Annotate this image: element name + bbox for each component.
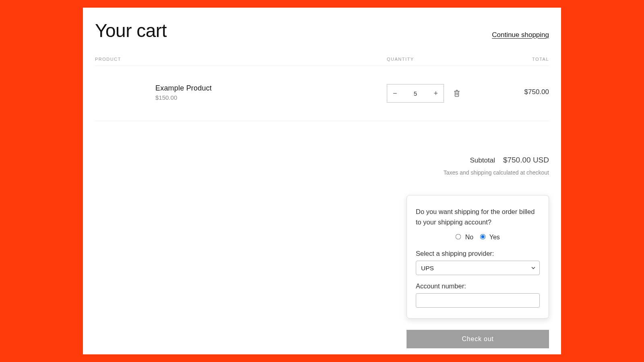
increase-quantity-button[interactable]: +	[433, 90, 438, 97]
summary-section: Subtotal $750.00 USD Taxes and shipping …	[95, 121, 549, 348]
remove-item-button[interactable]	[452, 88, 462, 99]
radio-yes[interactable]	[480, 234, 485, 240]
shipping-radio-group: No Yes	[416, 234, 540, 241]
cart-item-product: Example Product $150.00	[95, 84, 387, 101]
shipping-option-yes[interactable]: Yes	[480, 234, 500, 241]
shipping-option-no[interactable]: No	[456, 234, 475, 241]
column-headers: Product Quantity Total	[95, 57, 549, 66]
provider-select-wrap: UPS	[416, 261, 540, 275]
subtotal-label: Subtotal	[470, 156, 495, 165]
product-name: Example Product	[155, 84, 387, 93]
page-title: Your cart	[95, 20, 167, 41]
quantity-stepper: − 5 +	[387, 84, 444, 103]
cart-item-row: Example Product $150.00 − 5 + $750.00	[95, 66, 549, 121]
account-number-label: Account number:	[416, 282, 540, 290]
checkout-button[interactable]: Check out	[407, 330, 549, 348]
tax-shipping-note: Taxes and shipping calculated at checkou…	[444, 169, 549, 176]
subtotal-value: $750.00 USD	[503, 156, 549, 165]
shipping-provider-select[interactable]: UPS	[416, 261, 540, 275]
cart-header: Your cart Continue shopping	[95, 20, 549, 41]
trash-icon	[454, 90, 460, 97]
subtotal-row: Subtotal $750.00 USD	[470, 156, 549, 165]
radio-no-label: No	[465, 234, 473, 241]
cart-item-controls: − 5 +	[387, 84, 471, 103]
line-total: $750.00	[471, 84, 549, 96]
quantity-value: 5	[414, 90, 417, 97]
continue-shopping-link[interactable]: Continue shopping	[492, 31, 549, 41]
cart-page: Your cart Continue shopping Product Quan…	[83, 8, 561, 354]
radio-no[interactable]	[456, 234, 461, 240]
radio-yes-label: Yes	[489, 234, 500, 241]
column-header-total: Total	[471, 57, 549, 62]
column-header-product: Product	[95, 57, 387, 62]
decrease-quantity-button[interactable]: −	[393, 90, 397, 97]
shipping-account-card: Do you want shipping for the order bille…	[407, 195, 549, 319]
account-number-input[interactable]	[416, 293, 540, 308]
provider-label: Select a shipping provider:	[416, 250, 540, 257]
column-header-quantity: Quantity	[387, 57, 471, 62]
product-unit-price: $150.00	[155, 94, 387, 101]
shipping-question: Do you want shipping for the order bille…	[416, 207, 540, 227]
